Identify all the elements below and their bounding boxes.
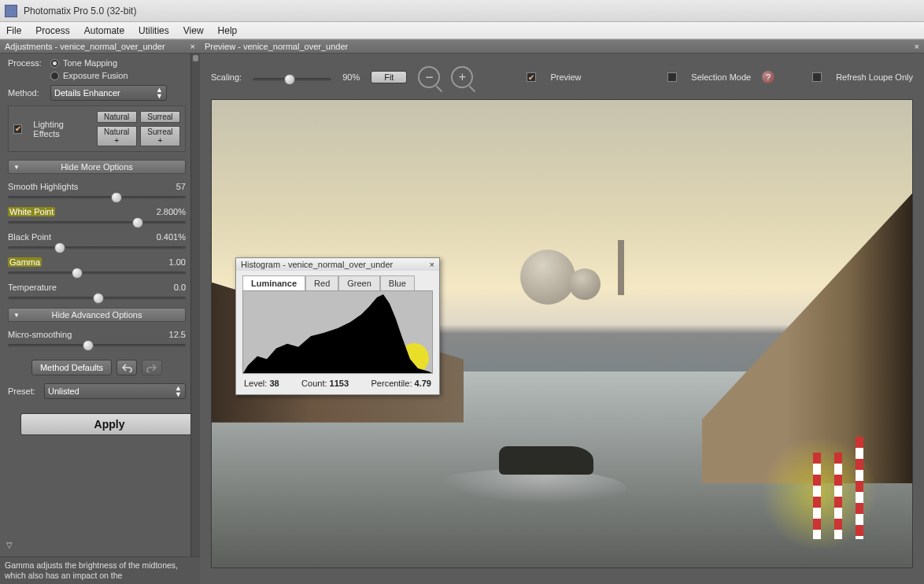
histogram-title: Histogram - venice_normal_over_under — [241, 260, 393, 269]
process-label: Process: — [8, 58, 50, 68]
lighting-effects-checkbox[interactable] — [13, 124, 22, 134]
undo-button[interactable] — [116, 360, 137, 375]
refresh-loupe-checkbox[interactable] — [812, 72, 822, 82]
menu-help[interactable]: Help — [218, 25, 238, 36]
method-defaults-button[interactable]: Method Defaults — [31, 360, 112, 375]
method-select[interactable]: Details Enhancer ▲▼ — [50, 85, 167, 101]
refresh-loupe-label: Refresh Loupe Only — [836, 72, 913, 82]
app-icon — [5, 5, 17, 17]
menu-utilities[interactable]: Utilities — [139, 25, 169, 36]
disclosure-triangle-icon[interactable]: ▽ — [6, 541, 13, 549]
scaling-label: Scaling: — [211, 72, 242, 82]
black-point-value: 0.401% — [157, 232, 186, 242]
temperature-row: Temperature0.0 — [8, 283, 186, 300]
white-point-value: 2.800% — [157, 207, 186, 216]
micro-smoothing-value: 12.5 — [169, 330, 186, 339]
radio-exposure-fusion[interactable] — [50, 72, 59, 80]
hide-more-options-bar[interactable]: Hide More Options — [8, 160, 186, 174]
black-point-label: Black Point — [8, 232, 51, 242]
exposure-fusion-label: Exposure Fusion — [63, 71, 128, 80]
lighting-effects-group: Lighting Effects Natural Surreal Natural… — [8, 105, 186, 152]
temperature-slider[interactable] — [8, 297, 186, 300]
radio-tone-mapping[interactable] — [50, 59, 59, 68]
preview-title: Preview - venice_normal_over_under — [205, 42, 348, 51]
surreal-plus-button[interactable]: Surreal + — [140, 126, 180, 146]
help-icon[interactable]: ? — [762, 71, 774, 83]
tab-red[interactable]: Red — [305, 275, 338, 290]
preview-toolbar: Scaling: 90% Fit Preview Selection Mode … — [200, 61, 924, 93]
preview-checkbox[interactable] — [527, 72, 536, 82]
redo-button[interactable] — [142, 360, 162, 375]
histogram-shape — [243, 291, 432, 373]
micro-smoothing-slider[interactable] — [8, 344, 186, 347]
apply-button[interactable]: Apply — [20, 413, 198, 435]
adjustments-panel: Adjustments - venice_normal_over_under ×… — [0, 39, 200, 584]
tab-green[interactable]: Green — [338, 275, 380, 290]
micro-smoothing-label: Micro-smoothing — [8, 330, 72, 339]
menu-process[interactable]: Process — [35, 25, 69, 36]
natural-button[interactable]: Natural — [97, 111, 137, 123]
window-title: Photomatix Pro 5.0 (32-bit) — [24, 6, 136, 17]
fit-button[interactable]: Fit — [371, 71, 407, 83]
preview-checkbox-label: Preview — [550, 72, 581, 82]
histogram-titlebar[interactable]: Histogram - venice_normal_over_under × — [236, 258, 439, 271]
menubar: File Process Automate Utilities View Hel… — [0, 22, 924, 39]
preview-close-icon[interactable]: × — [915, 42, 919, 51]
preview-panel: Preview - venice_normal_over_under × Sca… — [200, 39, 924, 584]
smooth-highlights-slider[interactable] — [8, 196, 186, 199]
white-point-label: White Point — [8, 207, 55, 216]
selection-mode-label: Selection Mode — [691, 72, 751, 82]
hide-advanced-options-bar[interactable]: Hide Advanced Options — [8, 308, 186, 322]
preset-select[interactable]: Unlisted ▲▼ — [44, 383, 186, 399]
adjustments-title: Adjustments - venice_normal_over_under — [5, 42, 165, 51]
titlebar: Photomatix Pro 5.0 (32-bit) — [0, 0, 924, 22]
gamma-slider[interactable] — [8, 272, 186, 275]
scaling-slider[interactable] — [253, 78, 331, 81]
tab-luminance[interactable]: Luminance — [242, 275, 305, 290]
scaling-value: 90% — [342, 72, 360, 82]
histogram-plot — [242, 290, 433, 374]
histogram-percentile: 4.79 — [415, 379, 431, 388]
zoom-in-icon[interactable] — [451, 66, 473, 88]
menu-file[interactable]: File — [6, 25, 21, 36]
menu-view[interactable]: View — [183, 25, 204, 36]
menu-automate[interactable]: Automate — [84, 25, 124, 36]
undo-icon — [121, 363, 132, 372]
method-label: Method: — [8, 88, 50, 98]
histogram-count: 1153 — [330, 379, 349, 388]
help-text: Gamma adjusts the brightness of the midt… — [0, 556, 200, 584]
redo-icon — [146, 363, 157, 372]
adjustments-scrollbar[interactable] — [190, 54, 200, 584]
white-point-row: White Point2.800% — [8, 207, 186, 224]
histogram-level: 38 — [269, 379, 279, 388]
zoom-out-icon[interactable] — [418, 66, 440, 88]
preset-value: Unlisted — [48, 386, 79, 396]
adjustments-close-icon[interactable]: × — [190, 42, 195, 51]
temperature-label: Temperature — [8, 283, 57, 292]
adjustments-header: Adjustments - venice_normal_over_under × — [0, 39, 200, 54]
histogram-stats: Level: 38 Count: 1153 Percentile: 4.79 — [236, 374, 439, 394]
method-value: Details Enhancer — [54, 88, 120, 98]
natural-plus-button[interactable]: Natural + — [97, 126, 137, 146]
tone-mapping-label: Tone Mapping — [63, 58, 117, 68]
preview-canvas[interactable]: Histogram - venice_normal_over_under × L… — [211, 99, 913, 568]
gamma-label: Gamma — [8, 257, 42, 267]
gamma-value: 1.00 — [169, 257, 186, 267]
black-point-slider[interactable] — [8, 246, 186, 249]
preset-label: Preset: — [8, 386, 44, 396]
white-point-slider[interactable] — [8, 221, 186, 224]
preview-header: Preview - venice_normal_over_under × — [200, 39, 924, 54]
updown-icon: ▲▼ — [156, 87, 163, 99]
lighting-effects-label: Lighting Effects — [33, 120, 88, 139]
temperature-value: 0.0 — [174, 283, 186, 292]
gamma-row: Gamma1.00 — [8, 257, 186, 275]
selection-mode-checkbox[interactable] — [667, 72, 677, 82]
tab-blue[interactable]: Blue — [380, 275, 415, 290]
histogram-window[interactable]: Histogram - venice_normal_over_under × L… — [235, 257, 440, 395]
black-point-row: Black Point0.401% — [8, 232, 186, 249]
smooth-highlights-label: Smooth Highlights — [8, 182, 78, 191]
surreal-button[interactable]: Surreal — [140, 111, 180, 123]
updown-icon: ▲▼ — [175, 385, 182, 397]
smooth-highlights-row: Smooth Highlights57 — [8, 182, 186, 199]
histogram-close-icon[interactable]: × — [430, 260, 434, 269]
